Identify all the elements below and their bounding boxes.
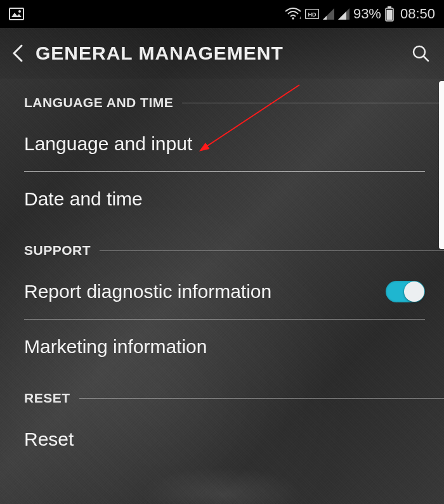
section-header-language-time: LANGUAGE AND TIME: [0, 79, 444, 117]
section-header-support: SUPPORT: [0, 226, 444, 264]
search-button[interactable]: [411, 44, 430, 63]
item-label: Report diagnostic information: [24, 281, 271, 302]
section-title: RESET: [24, 391, 70, 406]
svg-marker-10: [338, 11, 346, 20]
item-marketing-information[interactable]: Marketing information: [0, 320, 444, 374]
svg-point-3: [292, 17, 294, 20]
item-report-diagnostic[interactable]: Report diagnostic information: [0, 264, 444, 319]
divider-line: [100, 250, 444, 251]
item-reset[interactable]: Reset: [0, 412, 444, 469]
toggle-knob: [404, 281, 424, 302]
item-label: Reset: [24, 429, 74, 450]
app-bar: GENERAL MANAGEMENT: [0, 28, 444, 79]
svg-rect-13: [386, 10, 392, 20]
item-label: Marketing information: [24, 336, 207, 358]
divider-line: [182, 103, 444, 103]
svg-point-2: [18, 10, 21, 13]
battery-percent: 93%: [353, 6, 381, 22]
wifi-icon: +: [285, 8, 301, 20]
svg-marker-1: [11, 13, 22, 17]
hd-icon: HD: [305, 9, 319, 19]
clock-text: 08:50: [400, 6, 435, 22]
signal-2-icon: [338, 8, 349, 20]
svg-line-15: [424, 56, 428, 61]
status-bar: + HD 93%: [0, 0, 444, 28]
section-title: SUPPORT: [24, 243, 91, 258]
divider-line: [79, 398, 444, 399]
section-title: LANGUAGE AND TIME: [24, 95, 173, 110]
svg-text:HD: HD: [308, 11, 316, 18]
diagnostic-toggle[interactable]: [386, 281, 425, 302]
page-title: GENERAL MANAGEMENT: [36, 42, 284, 64]
back-button[interactable]: [11, 43, 24, 63]
svg-rect-0: [10, 8, 23, 20]
scroll-indicator[interactable]: [439, 81, 444, 249]
item-label: Language and input: [24, 133, 192, 155]
svg-marker-8: [323, 16, 327, 20]
battery-icon: [385, 6, 394, 22]
svg-text:+: +: [299, 15, 301, 20]
settings-list: LANGUAGE AND TIME Language and input Dat…: [0, 79, 444, 469]
item-date-and-time[interactable]: Date and time: [0, 172, 444, 226]
signal-1-icon: [323, 8, 334, 20]
section-header-reset: RESET: [0, 374, 444, 412]
item-language-and-input[interactable]: Language and input: [0, 117, 444, 171]
gallery-icon: [9, 8, 24, 20]
item-label: Date and time: [24, 188, 143, 210]
